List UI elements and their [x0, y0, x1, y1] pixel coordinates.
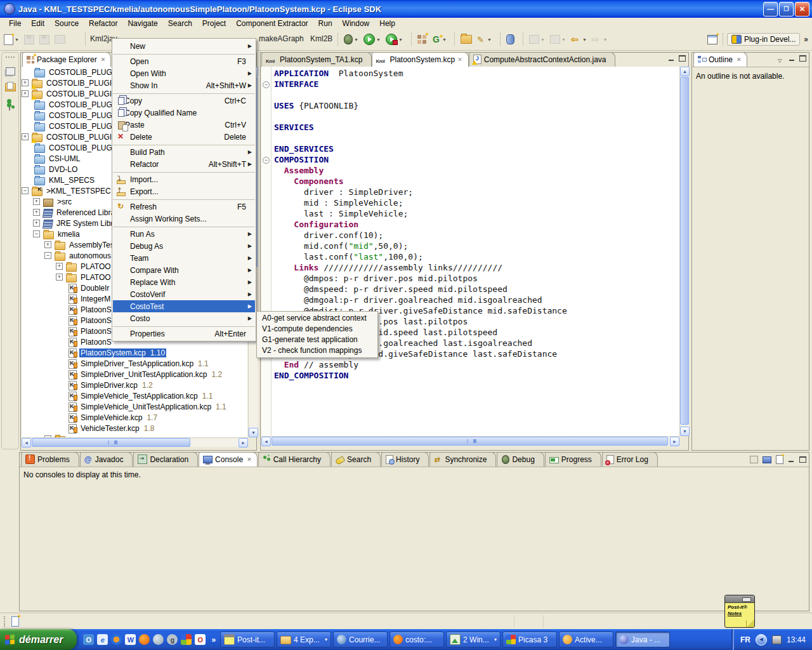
quick-launch-icon[interactable] — [153, 634, 164, 645]
close-button[interactable]: ✕ — [795, 2, 809, 17]
save-button[interactable] — [23, 34, 36, 45]
task-button[interactable]: 4 Exp... ▾ — [277, 632, 331, 647]
back-button[interactable]: ▼ — [570, 35, 588, 44]
tree-item[interactable]: PlatoonSystem.kcp 1.10 — [22, 347, 247, 358]
context-menu-item[interactable]: Debug As ▶ — [113, 240, 255, 252]
bottom-view-tab[interactable]: Javadoc — [80, 452, 133, 467]
fold-minus-icon[interactable] — [261, 155, 271, 166]
task-button[interactable]: costo:... — [390, 632, 444, 647]
menu-item[interactable]: Search — [163, 18, 197, 29]
print-button[interactable] — [53, 34, 67, 44]
tree-expander-icon[interactable] — [56, 263, 63, 270]
editor-tab[interactable]: PlatoonSystem.kcp ✕ — [372, 52, 469, 67]
menu-item[interactable]: Navigate — [122, 18, 162, 29]
context-menu-item[interactable]: CostoTest ▶ — [113, 300, 255, 312]
task-button[interactable]: Picasa 3 — [502, 632, 557, 647]
perspective-overflow[interactable]: » — [804, 35, 808, 44]
context-menu-item[interactable]: Open F3 — [113, 55, 255, 67]
scroll-left-icon[interactable]: ◄ — [261, 437, 271, 446]
close-icon[interactable]: ✕ — [247, 456, 252, 463]
start-button[interactable]: démarrer — [0, 629, 77, 650]
quick-launch-overflow[interactable]: » — [209, 635, 218, 644]
tab-package-explorer[interactable]: Package Explorer ✕ — [22, 52, 111, 67]
tab-outline[interactable]: Outline ✕ — [693, 52, 747, 67]
quick-launch-icon[interactable] — [181, 634, 192, 645]
close-icon[interactable]: ✕ — [101, 56, 106, 63]
restore-view-icon[interactable] — [6, 67, 15, 76]
menu-item[interactable]: Window — [337, 18, 375, 29]
menu-item[interactable]: Component Extractor — [231, 18, 313, 29]
scroll-thumb[interactable] — [272, 437, 668, 446]
fastview-hierarchy-icon[interactable] — [6, 99, 14, 112]
tree-expander-icon[interactable] — [44, 252, 51, 259]
submenu-item[interactable]: A0-get service abstract context — [257, 313, 377, 324]
menu-item[interactable]: Run — [313, 18, 337, 29]
makeagraph-button[interactable]: makeAGraph — [258, 34, 305, 44]
forward-button[interactable]: ▼ — [591, 35, 609, 44]
maximize-view-button[interactable] — [679, 55, 686, 62]
quick-launch-icon[interactable] — [167, 634, 178, 645]
scroll-down-icon[interactable]: ▼ — [680, 427, 690, 436]
minimize-view-button[interactable] — [789, 55, 796, 62]
context-menu-item[interactable]: Compare With ▶ — [113, 264, 255, 276]
context-menu-item[interactable]: Copy Qualified Name — [113, 107, 255, 119]
context-menu-item[interactable]: Team ▶ — [113, 252, 255, 264]
task-button[interactable]: Post-it... — [220, 632, 275, 647]
task-button[interactable]: Java - ... — [615, 632, 670, 647]
hide-icons-chevron[interactable]: ◄ — [756, 634, 767, 646]
context-menu-item[interactable]: Run As ▶ — [113, 228, 255, 240]
scroll-thumb[interactable] — [680, 77, 689, 425]
context-menu-item[interactable]: Refresh F5 — [113, 201, 255, 213]
bottom-view-tab[interactable]: Console ✕ — [199, 452, 258, 467]
context-menu-item[interactable]: Show In Alt+Shift+W ▶ — [113, 79, 255, 91]
minimize-view-button[interactable] — [668, 55, 675, 62]
tree-item[interactable]: SimpleDriver_UnitTestApplication.kcp 1.2 — [22, 369, 247, 380]
tree-item[interactable]: SimpleVehicle_TestApplication.kcp 1.1 — [22, 390, 247, 401]
tree-expander-icon[interactable] — [22, 90, 29, 97]
save-all-button[interactable] — [38, 34, 51, 45]
context-menu-item[interactable]: Costo ▶ — [113, 312, 255, 324]
context-menu-item[interactable]: Refactor Alt+Shift+T ▶ — [113, 158, 255, 170]
tree-expander-icon[interactable] — [33, 230, 40, 237]
open-type-button[interactable] — [459, 34, 473, 44]
menu-item[interactable]: File — [4, 18, 26, 29]
tree-expander-icon[interactable] — [22, 187, 29, 194]
language-indicator[interactable]: FR — [740, 635, 750, 644]
task-button[interactable]: Active... — [559, 632, 613, 647]
minimize-view-button[interactable] — [788, 456, 795, 463]
quick-launch-icon[interactable] — [83, 634, 94, 645]
context-menu-item[interactable]: New ▶ — [113, 40, 255, 52]
minimize-button[interactable]: — — [763, 2, 778, 17]
scroll-down-icon[interactable]: ▼ — [249, 428, 258, 437]
context-menu-item[interactable]: CostoVerif ▶ — [113, 288, 255, 300]
quick-launch-icon[interactable] — [139, 634, 150, 645]
tree-item[interactable]: SimpleDriver.kcp 1.2 — [22, 380, 247, 390]
kml2b-button[interactable]: Kml2B — [309, 34, 334, 44]
context-menu-item[interactable]: Properties Alt+Enter — [113, 328, 255, 340]
postit-notes-widget[interactable]: Post-it® Notes — [724, 595, 755, 628]
bottom-view-tab[interactable]: Synchronize — [429, 452, 496, 467]
restore-button[interactable]: ❐ — [779, 2, 794, 17]
fastview-new-icon[interactable] — [11, 616, 19, 627]
scroll-left-icon[interactable]: ◄ — [22, 438, 31, 448]
bottom-view-tab[interactable]: Error Log — [602, 452, 658, 467]
maximize-view-button[interactable] — [799, 55, 806, 62]
task-button[interactable]: Courrie... — [333, 632, 388, 647]
fold-minus-icon[interactable] — [261, 79, 271, 90]
grip-handle[interactable] — [6, 56, 15, 60]
view-menu-button[interactable] — [778, 55, 785, 62]
quick-launch-icon[interactable] — [195, 634, 206, 645]
tray-device-icon[interactable] — [772, 635, 782, 644]
menu-item[interactable]: Help — [374, 18, 400, 29]
bottom-view-tab[interactable]: Progress — [545, 452, 601, 467]
debug-button[interactable]: ▼ — [343, 34, 360, 45]
bottom-view-tab[interactable]: History — [381, 452, 429, 467]
tree-expander-icon[interactable] — [33, 198, 40, 205]
active-perspective-button[interactable]: Plug-in Devel... — [727, 33, 800, 46]
quick-launch-icon[interactable] — [97, 634, 108, 645]
fastview-folder-icon[interactable] — [5, 83, 16, 91]
bottom-view-tab[interactable]: Search — [331, 452, 381, 467]
last-edit-location-button[interactable]: ▼ — [528, 34, 546, 44]
display-console-icon[interactable] — [763, 456, 771, 463]
quick-launch-icon[interactable] — [111, 634, 122, 645]
